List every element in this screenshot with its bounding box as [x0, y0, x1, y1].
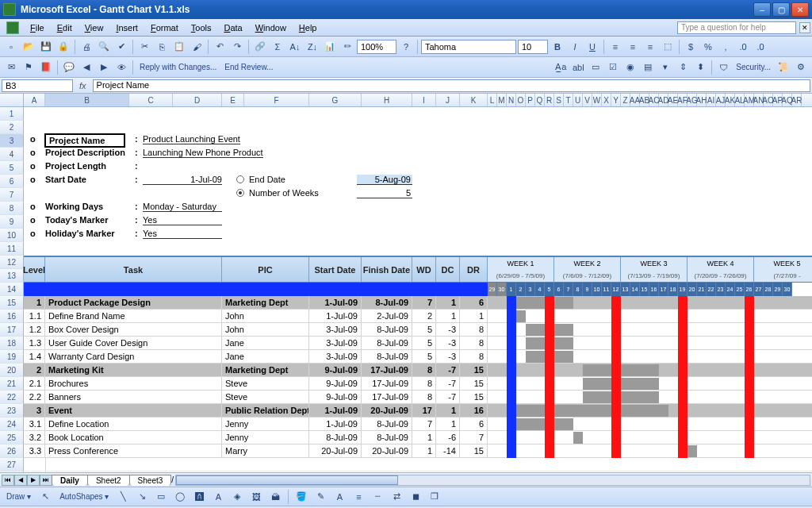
select-objects-icon[interactable]: ↖ [37, 489, 53, 505]
scroll-icon[interactable]: ⬍ [692, 60, 708, 75]
col-header-O[interactable]: O [516, 94, 526, 106]
menu-tools[interactable]: Tools [185, 21, 218, 34]
arrow-style-icon[interactable]: ⇄ [389, 489, 404, 505]
selected-cell[interactable]: Project Name [44, 133, 125, 148]
clipart-icon[interactable]: 🖼 [248, 489, 264, 505]
row-header-26[interactable]: 26 [0, 444, 24, 458]
task-start[interactable]: 8-Jul-09 [309, 431, 362, 444]
row-header-28[interactable]: 28 [0, 471, 24, 472]
col-header-AI[interactable]: AI [707, 94, 716, 106]
row-header-16[interactable]: 16 [0, 310, 24, 323]
task-name[interactable]: Brochures [45, 377, 222, 390]
task-row[interactable]: 2.2BannersSteve9-Jul-0917-Jul-098-715 [24, 391, 812, 404]
diagram-icon[interactable]: ◈ [229, 489, 245, 505]
underline-button[interactable]: U [584, 39, 600, 55]
task-pic[interactable]: Marketing Dept [222, 296, 309, 309]
new-icon[interactable]: ▫ [3, 39, 19, 55]
task-pic[interactable]: John [222, 310, 309, 322]
textbox-icon[interactable]: 🅰 [191, 489, 207, 505]
col-header-H[interactable]: H [362, 94, 412, 106]
doc-close-button[interactable]: ✕ [799, 22, 810, 33]
select-all-corner[interactable] [0, 94, 24, 106]
dash-style-icon[interactable]: ┄ [370, 489, 385, 505]
task-name[interactable]: User Guide Cover Design [45, 337, 222, 349]
col-header-L[interactable]: L [488, 94, 497, 106]
align-right-icon[interactable]: ≡ [642, 39, 658, 55]
task-name[interactable]: Box Cover Design [45, 323, 222, 336]
name-box[interactable]: B3 [2, 79, 73, 92]
redo-icon[interactable]: ↷ [229, 39, 245, 55]
task-pic[interactable]: Jane [222, 350, 309, 363]
envelope-icon[interactable]: ✉ [3, 60, 19, 75]
tab-prev-icon[interactable]: ◀ [14, 475, 27, 486]
ab-icon[interactable]: A̲a [553, 60, 569, 75]
col-header-W[interactable]: W [592, 94, 602, 106]
num-weeks-value[interactable]: 5 [357, 188, 412, 198]
shield-icon[interactable]: 🛡 [715, 60, 731, 75]
chart-icon[interactable]: 📊 [322, 39, 338, 55]
spin-icon[interactable]: ⇕ [675, 60, 691, 75]
end-date-radio[interactable]: End Date [236, 175, 285, 184]
row-header-6[interactable]: 6 [0, 175, 24, 188]
row-header-14[interactable]: 14 [0, 283, 24, 296]
col-header-E[interactable]: E [222, 94, 244, 106]
row-header-18[interactable]: 18 [0, 337, 24, 350]
drawing-icon[interactable]: ✏ [339, 39, 355, 55]
col-header-Y[interactable]: Y [611, 94, 621, 106]
autosum-icon[interactable]: Σ [270, 39, 285, 55]
security-link[interactable]: Security... [733, 63, 774, 71]
task-finish[interactable]: 20-Jul-09 [362, 444, 412, 457]
task-name[interactable]: Define Brand Name [45, 310, 222, 322]
font-combo[interactable]: Tahoma [421, 40, 516, 54]
task-start[interactable]: 20-Jul-09 [309, 444, 362, 457]
menu-view[interactable]: View [79, 21, 110, 34]
spell-icon[interactable]: ✔ [113, 39, 129, 55]
row-header-4[interactable]: 4 [0, 148, 24, 161]
field-value[interactable]: Yes [143, 215, 222, 225]
autoshapes-menu[interactable]: AutoShapes ▾ [56, 492, 112, 501]
task-name[interactable]: Warranty Card Design [45, 350, 222, 363]
task-pic[interactable]: Marketing Dept [222, 364, 309, 376]
rect-icon[interactable]: ▭ [153, 489, 169, 505]
task-row[interactable]: 1.4Warranty Card DesignJane3-Jul-098-Jul… [24, 350, 812, 364]
cert-icon[interactable]: 📜 [776, 60, 791, 75]
column-headers[interactable]: ABCDEFGHIJKLMNOPQRSTUVWXYZAAABACADAEAFAG… [0, 94, 812, 107]
row-header-25[interactable]: 25 [0, 431, 24, 444]
combo-icon[interactable]: ▾ [657, 60, 673, 75]
line-icon[interactable]: ╲ [115, 489, 131, 505]
bold-button[interactable]: B [550, 39, 565, 55]
task-start[interactable]: 1-Jul-09 [309, 296, 362, 309]
menu-insert[interactable]: Insert [109, 21, 144, 34]
task-row[interactable]: 2.1BrochuresSteve9-Jul-0917-Jul-098-715 [24, 377, 812, 391]
row-header-24[interactable]: 24 [0, 418, 24, 431]
task-start[interactable]: 3-Jul-09 [309, 337, 362, 349]
sheet-tab-daily[interactable]: Daily [52, 475, 88, 486]
row-header-20[interactable]: 20 [0, 364, 24, 377]
task-start[interactable]: 1-Jul-09 [309, 418, 362, 430]
task-start[interactable]: 9-Jul-09 [309, 364, 362, 376]
field-value[interactable]: 1-Jul-09 [143, 175, 222, 185]
macro-icon[interactable]: ⚙ [793, 60, 809, 75]
task-start[interactable]: 3-Jul-09 [309, 323, 362, 336]
row-header-1[interactable]: 1 [0, 107, 24, 121]
task-name[interactable]: Banners [45, 391, 222, 403]
row-header-17[interactable]: 17 [0, 323, 24, 337]
task-start[interactable]: 1-Jul-09 [309, 310, 362, 322]
menu-help[interactable]: Help [293, 21, 324, 34]
flag-icon[interactable]: ⚑ [21, 60, 36, 75]
task-pic[interactable]: Steve [222, 377, 309, 390]
shadow-icon[interactable]: ◼ [408, 489, 423, 505]
task-name[interactable]: Marketing Kit [45, 364, 222, 376]
task-pic[interactable]: Marry [222, 444, 309, 457]
task-finish[interactable]: 2-Jul-09 [362, 310, 412, 322]
help-search-input[interactable]: Type a question for help [677, 21, 796, 34]
col-header-T[interactable]: T [564, 94, 573, 106]
worksheet-grid[interactable]: 1234567891011121314151617181920212223242… [0, 107, 812, 472]
col-header-AH[interactable]: AH [697, 94, 707, 106]
col-header-K[interactable]: K [460, 94, 488, 106]
col-header-R[interactable]: R [545, 94, 554, 106]
task-pic[interactable]: John [222, 323, 309, 336]
sheet-tab-sheet3[interactable]: Sheet3 [129, 475, 172, 486]
col-header-M[interactable]: M [497, 94, 507, 106]
task-name[interactable]: Define Location [45, 418, 222, 430]
